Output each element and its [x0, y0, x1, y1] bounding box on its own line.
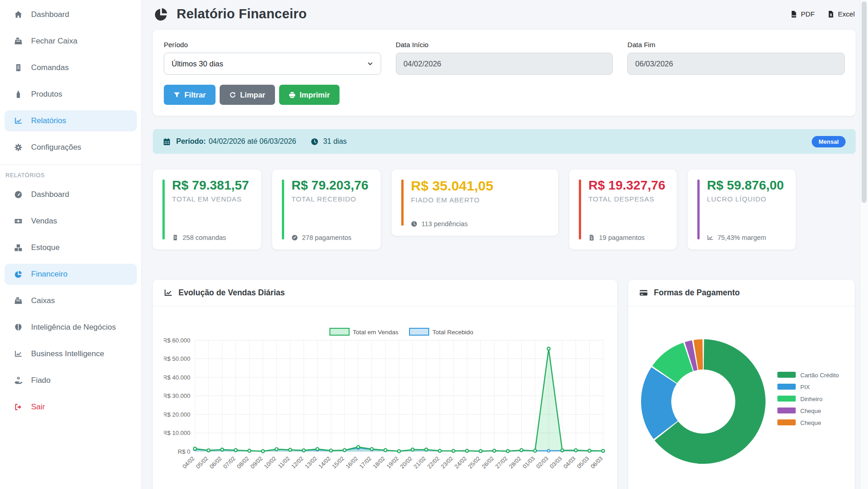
svg-text:22/02: 22/02	[426, 455, 441, 470]
svg-text:17/02: 17/02	[358, 455, 373, 470]
filtrar-label: Filtrar	[184, 91, 206, 99]
svg-text:R$ 10.000: R$ 10.000	[164, 429, 190, 436]
svg-text:08/02: 08/02	[236, 455, 250, 470]
period-type-badge: Mensal	[812, 136, 846, 147]
sign-out-icon	[13, 403, 23, 411]
svg-text:03/03: 03/03	[549, 455, 563, 470]
credit-card-icon	[639, 288, 648, 297]
sidebar-item-label: Estoque	[31, 243, 59, 252]
stat-value: R$ 79.381,57	[172, 179, 253, 192]
stat-footer-text: 278 pagamentos	[302, 234, 351, 241]
svg-text:18/02: 18/02	[372, 455, 386, 470]
svg-text:13/02: 13/02	[304, 455, 318, 470]
svg-text:04/02: 04/02	[181, 455, 196, 470]
export-pdf-button[interactable]: PDF PDF	[790, 10, 814, 18]
stat-footer-text: 75,43% margem	[717, 234, 766, 241]
accent-bar	[401, 179, 404, 226]
stat-card-total-vendas: R$ 79.381,57 TOTAL EM VENDAS 258 comanda…	[153, 169, 261, 250]
period-info-bar: Período: 04/02/2026 até 06/03/2026 31 di…	[153, 129, 856, 154]
sidebar-item-financeiro[interactable]: Financeiro	[5, 264, 137, 285]
page-title: Relatório Financeiro	[177, 6, 307, 22]
sidebar-item-label: Fechar Caixa	[31, 37, 77, 46]
sidebar-item-fiado[interactable]: Fiado	[5, 370, 137, 391]
svg-text:R$ 60.000: R$ 60.000	[164, 337, 190, 344]
stat-label: FIADO EM ABERTO	[411, 196, 550, 204]
periodo-selected-value: Últimos 30 dias	[172, 60, 223, 68]
funnel-icon	[173, 92, 180, 98]
sidebar-item-label: Financeiro	[31, 270, 67, 279]
sidebar-item-dashboard[interactable]: Dashboard	[5, 4, 137, 25]
stat-card-total-recebido: R$ 79.203,76 TOTAL RECEBIDO 278 pagament…	[272, 169, 381, 250]
vertical-scrollbar[interactable]	[860, 0, 868, 489]
data-fim-input[interactable]	[627, 53, 845, 75]
svg-text:02/03: 02/03	[535, 455, 550, 470]
sidebar-item-inteligencia[interactable]: Inteligência de Negócios	[5, 317, 137, 338]
scrollbar-thumb[interactable]	[862, 1, 867, 203]
data-inicio-input[interactable]	[396, 53, 613, 75]
svg-text:27/02: 27/02	[494, 455, 509, 470]
sidebar-item-produtos[interactable]: Produtos	[5, 84, 137, 105]
payment-methods-donut-chart[interactable]: Cartão CréditoPIXDinheiroChequeCheque	[639, 310, 844, 489]
receipt-icon	[172, 234, 178, 241]
sidebar-item-label: Produtos	[31, 90, 62, 99]
export-pdf-label: PDF	[801, 10, 814, 18]
payment-methods-card: Formas de Pagamento Cartão CréditoPIXDin…	[628, 280, 855, 489]
svg-text:19/02: 19/02	[385, 455, 400, 470]
stat-footer-text: 19 pagamentos	[599, 234, 645, 241]
chart-line-icon	[13, 350, 23, 358]
home-icon	[13, 11, 23, 19]
period-label: Período:	[176, 137, 206, 146]
periodo-label: Período	[164, 41, 381, 49]
sidebar-item-caixas[interactable]: Caixas	[5, 290, 137, 311]
sidebar-item-sair[interactable]: Sair	[5, 397, 137, 418]
stat-value: R$ 79.203,76	[291, 179, 372, 192]
svg-text:Total em Vendas: Total em Vendas	[353, 329, 399, 336]
imprimir-button[interactable]: Imprimir	[279, 85, 340, 105]
pie-chart-icon	[13, 270, 23, 278]
stat-label: TOTAL EM VENDAS	[172, 195, 253, 203]
svg-text:04/03: 04/03	[562, 455, 577, 470]
sidebar-item-comandas[interactable]: Comandas	[5, 57, 137, 78]
export-excel-button[interactable]: Excel	[827, 10, 855, 18]
svg-text:20/02: 20/02	[399, 455, 414, 470]
sidebar-item-report-dashboard[interactable]: Dashboard	[5, 184, 137, 205]
sidebar-item-fechar-caixa[interactable]: Fechar Caixa	[5, 31, 137, 52]
calendar-icon	[163, 138, 171, 146]
limpar-label: Limpar	[240, 91, 265, 99]
svg-text:10/02: 10/02	[263, 455, 278, 470]
cash-register-icon	[13, 37, 23, 45]
svg-text:26/02: 26/02	[480, 455, 495, 470]
svg-text:14/02: 14/02	[317, 455, 332, 470]
periodo-select[interactable]: Últimos 30 dias	[164, 53, 381, 75]
file-pdf-icon: PDF	[790, 11, 798, 18]
filtrar-button[interactable]: Filtrar	[164, 85, 216, 105]
sidebar-item-label: Dashboard	[31, 10, 69, 19]
sidebar-item-label: Fiado	[31, 376, 51, 385]
svg-text:06/02: 06/02	[209, 455, 223, 470]
svg-text:11/02: 11/02	[277, 455, 291, 469]
sidebar-item-label: Dashboard	[31, 190, 69, 199]
sidebar-item-label: Relatórios	[31, 116, 66, 125]
sidebar-item-vendas[interactable]: Vendas	[5, 211, 137, 232]
sidebar-item-relatorios[interactable]: Relatórios	[5, 110, 137, 131]
sales-line-chart[interactable]: R$ 0R$ 10.000R$ 20.000R$ 30.000R$ 40.000…	[164, 310, 606, 489]
printer-icon	[289, 92, 296, 98]
period-range: 04/02/2026 até 06/03/2026	[209, 137, 296, 146]
sidebar-item-configuracoes[interactable]: Configurações	[5, 137, 137, 158]
svg-text:07/02: 07/02	[222, 455, 237, 470]
accent-bar	[579, 179, 581, 239]
filter-card: Período Últimos 30 dias Data Início Data…	[153, 30, 856, 116]
sales-evolution-card: Evolução de Vendas Diárias R$ 0R$ 10.000…	[153, 280, 617, 489]
svg-text:24/02: 24/02	[453, 455, 468, 470]
sidebar-item-label: Vendas	[31, 217, 57, 226]
accent-bar	[162, 179, 165, 239]
svg-text:Cartão Crédito: Cartão Crédito	[800, 372, 839, 379]
stat-value: R$ 59.876,00	[707, 179, 787, 192]
chevron-down-icon	[367, 60, 373, 67]
chart-line-icon	[164, 288, 173, 297]
accent-bar	[282, 179, 284, 239]
sidebar-item-estoque[interactable]: Estoque	[5, 237, 137, 258]
limpar-button[interactable]: Limpar	[220, 85, 275, 105]
svg-text:25/02: 25/02	[467, 455, 482, 470]
sidebar-item-business-intelligence[interactable]: Business Intelligence	[5, 343, 137, 364]
